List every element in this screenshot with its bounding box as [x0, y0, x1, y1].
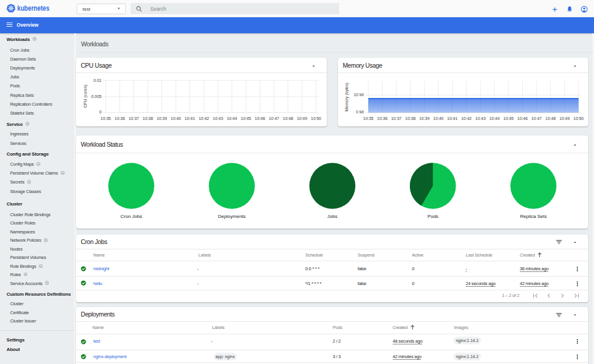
svg-text:10:38: 10:38 [143, 116, 153, 121]
svg-text:10:41: 10:41 [185, 116, 195, 121]
svg-text:10:49: 10:49 [560, 116, 570, 121]
svg-text:10:46: 10:46 [255, 116, 266, 121]
svg-text:10:42: 10:42 [198, 116, 209, 121]
svg-text:0: 0 [99, 110, 102, 114]
svg-text:10:45: 10:45 [503, 116, 514, 121]
svg-text:10:37: 10:37 [391, 116, 402, 121]
svg-text:Pods: Pods [428, 214, 438, 219]
svg-text:10:50: 10:50 [311, 116, 321, 121]
svg-text:Memory (bytes): Memory (bytes) [345, 83, 349, 112]
svg-text:Replica Sets: Replica Sets [520, 214, 547, 219]
svg-text:10:43: 10:43 [213, 116, 223, 121]
svg-text:CPU (cores): CPU (cores) [83, 85, 88, 108]
svg-text:10:36: 10:36 [115, 116, 125, 121]
svg-text:10:36: 10:36 [377, 116, 388, 121]
svg-text:10:40: 10:40 [433, 116, 444, 121]
svg-text:10:49: 10:49 [297, 116, 308, 121]
svg-text:10:39: 10:39 [157, 116, 168, 121]
svg-text:10:50: 10:50 [573, 116, 584, 121]
svg-text:Cron Jobs: Cron Jobs [121, 214, 142, 219]
svg-text:10:44: 10:44 [489, 116, 500, 121]
svg-text:10:47: 10:47 [531, 116, 542, 121]
svg-text:10:42: 10:42 [461, 116, 472, 121]
svg-text:10:44: 10:44 [227, 116, 238, 121]
svg-text:0 Mi: 0 Mi [356, 110, 364, 114]
svg-text:10:48: 10:48 [545, 116, 556, 121]
svg-text:0.01: 0.01 [93, 78, 102, 83]
svg-text:10:39: 10:39 [419, 116, 430, 121]
svg-text:10:47: 10:47 [268, 116, 279, 121]
svg-text:0.005: 0.005 [91, 94, 102, 99]
svg-text:10:46: 10:46 [517, 116, 528, 121]
svg-text:Jobs: Jobs [327, 214, 337, 219]
svg-text:10:37: 10:37 [128, 116, 139, 121]
svg-text:10:35: 10:35 [363, 116, 374, 121]
svg-text:10:45: 10:45 [241, 116, 251, 121]
svg-text:10 Mi: 10 Mi [353, 93, 364, 97]
svg-text:Deployments: Deployments [218, 214, 246, 219]
svg-text:10:35: 10:35 [100, 116, 111, 121]
svg-text:10:43: 10:43 [475, 116, 486, 121]
svg-text:10:41: 10:41 [447, 116, 458, 121]
svg-text:10:40: 10:40 [170, 116, 181, 121]
svg-text:10:38: 10:38 [405, 116, 416, 121]
svg-text:10:48: 10:48 [283, 116, 293, 121]
